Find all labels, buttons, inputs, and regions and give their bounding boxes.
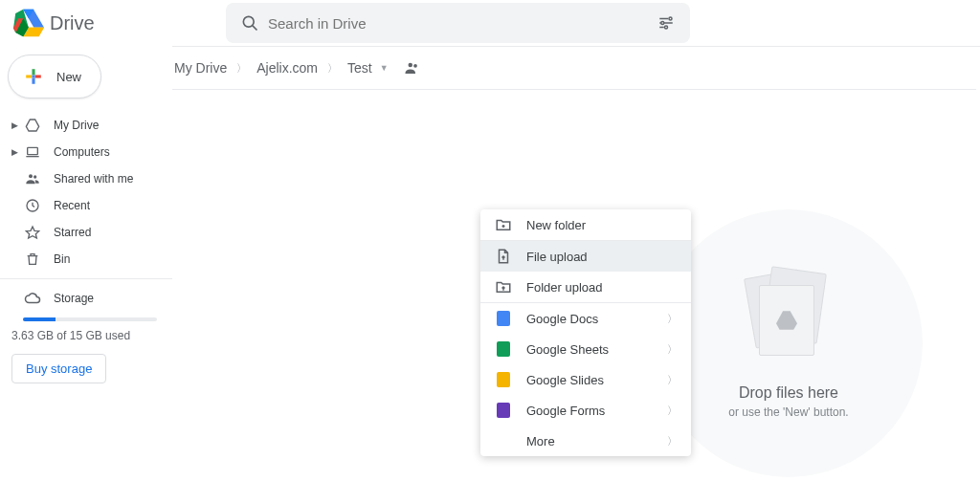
nav-label: My Drive [54, 119, 99, 132]
drop-title: Drop files here [739, 384, 838, 402]
drive-icon [23, 118, 42, 133]
files-illustration-icon [746, 268, 832, 373]
drive-logo-icon [13, 8, 44, 38]
nav-label: Bin [54, 252, 70, 266]
svg-marker-18 [776, 311, 797, 330]
menu-label: Folder upload [526, 280, 678, 295]
nav-label: Computers [54, 145, 110, 159]
menu-label: File upload [526, 250, 678, 264]
laptop-icon [23, 144, 42, 160]
svg-marker-15 [26, 227, 38, 238]
breadcrumb-item-current[interactable]: Test [345, 56, 374, 79]
folder-upload-icon [494, 278, 513, 295]
svg-marker-10 [26, 120, 38, 131]
chevron-right-icon: 〉 [667, 373, 678, 387]
clock-icon [23, 198, 42, 213]
menu-google-docs[interactable]: Google Docs 〉 [480, 303, 691, 334]
menu-new-folder[interactable]: New folder [480, 209, 691, 240]
docs-icon [494, 311, 513, 326]
search-bar[interactable] [226, 3, 690, 43]
buy-storage-button[interactable]: Buy storage [11, 354, 106, 383]
nav-shared[interactable]: Shared with me [0, 165, 172, 192]
nav: ▶ My Drive ▶ Computers Shared with me Re… [0, 112, 172, 383]
file-upload-icon [494, 248, 513, 265]
storage-text: 3.63 GB of 15 GB used [11, 329, 172, 342]
nav-divider [0, 278, 172, 279]
people-icon [23, 171, 42, 186]
expand-icon[interactable]: ▶ [11, 147, 23, 157]
expand-icon[interactable]: ▶ [11, 120, 23, 130]
chevron-right-icon: 〉 [667, 342, 678, 357]
context-menu: New folder File upload Folder upload Goo… [480, 209, 691, 456]
svg-line-5 [253, 26, 257, 31]
cloud-icon [23, 290, 42, 307]
menu-label: More [526, 434, 667, 448]
new-button-label: New [56, 70, 81, 84]
breadcrumb: My Drive 〉 Ajelix.com 〉 Test ▼ [172, 47, 980, 89]
chevron-down-icon[interactable]: ▼ [380, 63, 389, 73]
forms-icon [494, 403, 513, 418]
svg-point-17 [413, 64, 417, 68]
chevron-right-icon: 〉 [667, 434, 678, 448]
nav-label: Recent [54, 199, 90, 212]
nav-storage[interactable]: Storage [0, 285, 172, 312]
breadcrumb-item[interactable]: My Drive [172, 56, 229, 79]
menu-label: Google Docs [526, 312, 667, 326]
svg-point-12 [29, 174, 33, 178]
breadcrumb-item[interactable]: Ajelix.com [255, 56, 320, 79]
svg-point-13 [33, 175, 36, 178]
chevron-right-icon: 〉 [667, 404, 678, 418]
app-name: Drive [50, 12, 95, 34]
chevron-right-icon: 〉 [236, 61, 247, 76]
nav-starred[interactable]: Starred [0, 219, 172, 246]
menu-google-sheets[interactable]: Google Sheets 〉 [480, 334, 691, 364]
drop-subtitle: or use the 'New' button. [728, 405, 848, 419]
logo[interactable]: Drive [8, 8, 226, 38]
main: My Drive 〉 Ajelix.com 〉 Test ▼ Drop [172, 47, 980, 383]
empty-drop-area: Drop files here or use the 'New' button. [655, 209, 923, 477]
nav-bin[interactable]: Bin [0, 246, 172, 273]
menu-label: Google Slides [526, 373, 667, 387]
search-options-icon[interactable] [648, 5, 684, 41]
svg-point-16 [408, 63, 412, 68]
star-icon [23, 225, 42, 240]
menu-folder-upload[interactable]: Folder upload [480, 272, 691, 302]
drop-circle: Drop files here or use the 'New' button. [655, 209, 923, 477]
search-icon[interactable] [232, 5, 268, 41]
storage-bar [23, 317, 157, 321]
menu-google-forms[interactable]: Google Forms 〉 [480, 395, 691, 426]
new-button[interactable]: New [8, 55, 101, 98]
menu-more[interactable]: More 〉 [480, 426, 691, 456]
svg-rect-11 [28, 147, 38, 154]
nav-label: Storage [54, 292, 94, 305]
chevron-right-icon: 〉 [327, 61, 338, 76]
svg-point-8 [661, 22, 664, 25]
nav-label: Shared with me [54, 172, 133, 186]
chevron-right-icon: 〉 [667, 312, 678, 326]
sidebar: New ▶ My Drive ▶ Computers Shared with m… [0, 47, 172, 383]
menu-label: New folder [526, 218, 678, 232]
header: Drive [0, 0, 980, 46]
menu-label: Google Forms [526, 404, 667, 418]
storage-bar-fill [23, 317, 56, 321]
nav-computers[interactable]: ▶ Computers [0, 139, 172, 165]
nav-my-drive[interactable]: ▶ My Drive [0, 112, 172, 139]
sheets-icon [494, 341, 513, 357]
breadcrumb-divider [172, 89, 976, 90]
folder-plus-icon [494, 216, 513, 233]
svg-rect-9 [32, 75, 34, 77]
search-input[interactable] [268, 15, 648, 32]
plus-icon [20, 63, 47, 90]
nav-label: Starred [54, 226, 91, 239]
svg-point-4 [243, 16, 254, 27]
slides-icon [494, 372, 513, 387]
menu-file-upload[interactable]: File upload [480, 241, 691, 272]
menu-label: Google Sheets [526, 342, 667, 357]
svg-point-7 [669, 17, 672, 20]
share-icon[interactable] [404, 59, 421, 77]
nav-recent[interactable]: Recent [0, 192, 172, 219]
svg-point-6 [665, 26, 668, 29]
trash-icon [23, 252, 42, 267]
menu-google-slides[interactable]: Google Slides 〉 [480, 364, 691, 395]
